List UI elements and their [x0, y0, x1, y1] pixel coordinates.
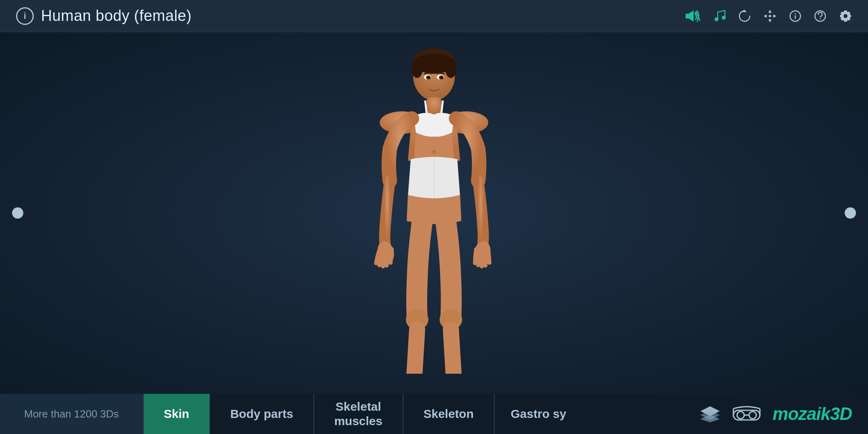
svg-point-49 [432, 150, 436, 154]
help-icon[interactable] [814, 10, 826, 22]
sound-icon[interactable] [686, 10, 701, 23]
tab-body-parts[interactable]: Body parts [210, 394, 313, 434]
brand-name: mozaik3D [773, 404, 852, 424]
tab-gastro[interactable]: Gastro sy [495, 394, 582, 434]
nav-dot-left[interactable] [12, 207, 23, 219]
svg-point-12 [769, 15, 771, 17]
svg-point-6 [722, 16, 726, 20]
svg-point-15 [795, 13, 796, 14]
tab-skin[interactable]: Skin [144, 394, 209, 434]
svg-point-28 [428, 76, 430, 79]
svg-point-22 [411, 60, 423, 78]
settings-icon[interactable] [839, 10, 852, 23]
app-header: i Human body (female) [0, 0, 868, 32]
app-title: Human body (female) [41, 7, 192, 25]
tab-promo: More than 1200 3Ds [0, 394, 143, 434]
tab-skeleton[interactable]: Skeleton [403, 394, 494, 434]
main-viewport[interactable] [0, 32, 868, 394]
svg-rect-30 [427, 97, 441, 115]
svg-marker-8 [768, 10, 772, 13]
header-controls [686, 10, 852, 23]
bottom-bar: More than 1200 3Ds Skin Body parts Skele… [0, 394, 868, 434]
svg-point-55 [749, 411, 756, 419]
svg-point-54 [737, 411, 744, 419]
body-figure [338, 44, 530, 374]
pan-icon[interactable] [764, 10, 776, 23]
tab-skeletal-muscles[interactable]: Skeletal muscles [314, 394, 403, 434]
vr-icon[interactable] [733, 405, 761, 422]
svg-marker-1 [689, 10, 694, 22]
reset-icon[interactable] [739, 10, 751, 23]
header-left: i Human body (female) [16, 7, 192, 25]
svg-marker-11 [773, 14, 776, 18]
brand-section: mozaik3D [684, 394, 868, 434]
svg-point-23 [445, 60, 457, 78]
svg-rect-0 [686, 14, 689, 18]
svg-point-5 [714, 17, 719, 21]
music-icon[interactable] [714, 10, 726, 23]
svg-point-29 [440, 76, 443, 79]
svg-point-17 [820, 18, 821, 19]
svg-point-18 [843, 14, 848, 18]
info-circle-icon[interactable] [789, 10, 801, 22]
nav-dot-right[interactable] [845, 207, 856, 219]
svg-marker-10 [764, 14, 767, 18]
title-info-icon[interactable]: i [16, 7, 34, 25]
svg-marker-9 [768, 19, 772, 23]
layers-icon[interactable] [700, 405, 721, 422]
